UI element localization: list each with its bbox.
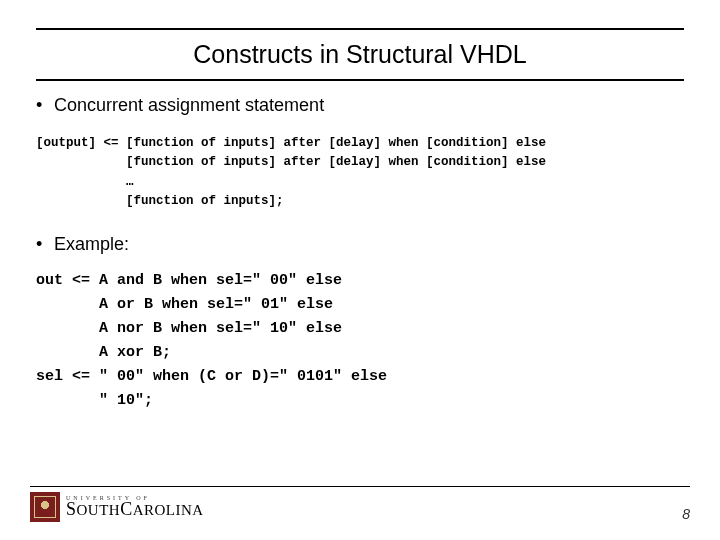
- bullet-dot-icon: •: [36, 95, 54, 116]
- bullet-text-1: Concurrent assignment statement: [54, 95, 324, 116]
- university-logo: UNIVERSITY OF SOUTHCAROLINA: [30, 492, 204, 522]
- example-line-2: A or B when sel=" 01" else: [36, 296, 333, 313]
- example-line-6: " 10";: [36, 392, 153, 409]
- bullet-example: • Example:: [36, 234, 684, 255]
- bullet-concurrent: • Concurrent assignment statement: [36, 95, 684, 116]
- footer-rule: [30, 486, 690, 487]
- example-line-5: sel <= " 00" when (C or D)=" 0101" else: [36, 368, 387, 385]
- title-rule: [36, 79, 684, 81]
- footer: UNIVERSITY OF SOUTHCAROLINA 8: [30, 492, 690, 522]
- logo-main-line: SOUTHCAROLINA: [66, 501, 204, 518]
- example-block: out <= A and B when sel=" 00" else A or …: [36, 269, 684, 413]
- logo-mark-icon: [30, 492, 60, 522]
- slide-title: Constructs in Structural VHDL: [36, 40, 684, 69]
- example-line-3: A nor B when sel=" 10" else: [36, 320, 342, 337]
- example-line-4: A xor B;: [36, 344, 171, 361]
- syntax-line-2: [function of inputs] after [delay] when …: [36, 155, 546, 169]
- example-line-1: out <= A and B when sel=" 00" else: [36, 272, 342, 289]
- bullet-dot-icon: •: [36, 234, 54, 255]
- syntax-line-3: …: [36, 175, 134, 189]
- syntax-line-1: [output] <= [function of inputs] after […: [36, 136, 546, 150]
- syntax-block: [output] <= [function of inputs] after […: [36, 134, 684, 212]
- page-number: 8: [682, 506, 690, 522]
- logo-text: UNIVERSITY OF SOUTHCAROLINA: [66, 496, 204, 519]
- syntax-line-4: [function of inputs];: [36, 194, 284, 208]
- bullet-text-2: Example:: [54, 234, 129, 255]
- top-rule: [36, 28, 684, 30]
